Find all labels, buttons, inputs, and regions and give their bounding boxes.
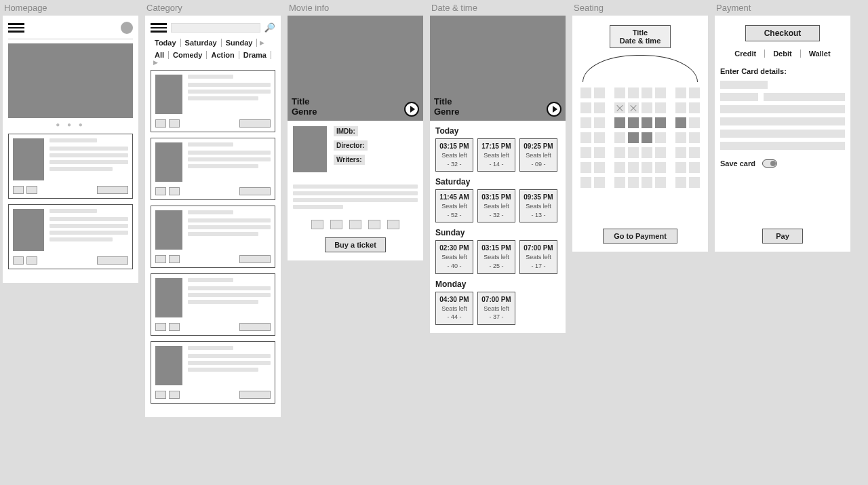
card-field[interactable] <box>720 142 845 150</box>
search-input[interactable] <box>171 23 260 33</box>
seat[interactable] <box>689 117 700 128</box>
hero-carousel[interactable] <box>8 43 133 118</box>
chevron-right-icon[interactable]: ▶ <box>257 39 264 46</box>
time-slot[interactable]: 07:00 PMSeats left- 17 - <box>519 240 557 273</box>
thumb[interactable] <box>311 220 323 229</box>
movie-card[interactable] <box>151 341 275 404</box>
thumb[interactable] <box>349 220 361 229</box>
seat[interactable] <box>580 102 591 113</box>
seat[interactable] <box>655 132 666 143</box>
time-slot[interactable]: 03:15 PMSeats left- 32 - <box>435 138 473 172</box>
play-icon[interactable] <box>404 102 419 117</box>
seat[interactable] <box>642 147 652 158</box>
card-field[interactable] <box>720 81 768 89</box>
movie-card[interactable] <box>151 138 275 200</box>
thumb[interactable] <box>330 220 342 229</box>
seat[interactable] <box>580 177 591 188</box>
seat[interactable] <box>675 88 686 98</box>
day-tab[interactable]: Today <box>151 39 181 47</box>
time-slot[interactable]: 09:35 PMSeats left- 13 - <box>519 189 557 222</box>
seat-selected[interactable] <box>642 132 652 143</box>
movie-card[interactable] <box>151 70 275 132</box>
seat[interactable] <box>614 162 625 173</box>
seat[interactable] <box>594 88 605 98</box>
seat-selected[interactable] <box>628 117 639 128</box>
card-action[interactable] <box>239 119 271 128</box>
card-field[interactable] <box>720 105 845 113</box>
seat[interactable] <box>675 177 686 188</box>
thumb[interactable] <box>368 220 380 229</box>
seat-selected[interactable] <box>628 132 639 143</box>
seat[interactable] <box>580 117 591 128</box>
checkout-button[interactable]: Checkout <box>745 25 820 41</box>
go-to-payment-button[interactable]: Go to Payment <box>603 229 677 244</box>
card-action[interactable] <box>239 255 271 263</box>
day-tab[interactable]: Saturday <box>181 39 222 47</box>
seat[interactable] <box>689 147 700 158</box>
seat[interactable] <box>580 132 591 143</box>
seat[interactable] <box>689 132 700 143</box>
seat[interactable] <box>628 147 639 158</box>
seat[interactable] <box>614 88 625 98</box>
movie-card[interactable] <box>151 206 275 268</box>
payment-tab[interactable]: Credit <box>726 50 765 58</box>
menu-icon[interactable] <box>151 21 167 35</box>
seat[interactable] <box>580 88 591 98</box>
time-slot[interactable]: 03:15 PMSeats left- 32 - <box>477 189 515 222</box>
card-action[interactable] <box>97 186 128 194</box>
card-action[interactable] <box>97 256 128 265</box>
card-field[interactable] <box>720 93 758 101</box>
payment-tab[interactable]: Wallet <box>801 50 839 58</box>
seat[interactable] <box>594 177 605 188</box>
seat[interactable] <box>614 132 625 143</box>
seat[interactable] <box>614 177 625 188</box>
time-slot[interactable]: 11:45 AMSeats left- 52 - <box>435 189 473 222</box>
seat[interactable] <box>580 162 591 173</box>
seat[interactable] <box>689 88 700 98</box>
seat[interactable] <box>689 177 700 188</box>
play-icon[interactable] <box>547 102 561 117</box>
seat[interactable] <box>594 162 605 173</box>
seat-selected[interactable] <box>642 117 652 128</box>
carousel-dots[interactable]: ● ● ● <box>8 121 133 128</box>
movie-card[interactable] <box>151 273 275 336</box>
time-slot[interactable]: 09:25 PMSeats left- 09 - <box>519 138 557 172</box>
seat[interactable] <box>642 88 652 98</box>
seat[interactable] <box>594 102 605 113</box>
payment-tab[interactable]: Debit <box>765 50 801 58</box>
seat[interactable] <box>675 162 686 173</box>
genre-tab[interactable]: Action <box>207 51 239 59</box>
seat[interactable] <box>580 147 591 158</box>
seat[interactable] <box>594 132 605 143</box>
time-slot[interactable]: 17:15 PMSeats left- 14 - <box>477 138 515 172</box>
seat[interactable] <box>642 177 652 188</box>
time-slot[interactable]: 04:30 PMSeats left- 44 - <box>435 292 473 325</box>
genre-tab[interactable]: Comedy <box>169 51 207 59</box>
pay-button[interactable]: Pay <box>762 229 803 244</box>
seat[interactable] <box>628 177 639 188</box>
seat[interactable] <box>628 88 639 98</box>
seat[interactable] <box>689 102 700 113</box>
seat[interactable] <box>628 162 639 173</box>
seat[interactable] <box>655 162 666 173</box>
time-slot[interactable]: 07:00 PMSeats left- 37 - <box>477 292 515 325</box>
save-card-toggle[interactable] <box>762 159 777 168</box>
time-slot[interactable]: 02:30 PMSeats left- 40 - <box>435 240 473 273</box>
seat[interactable] <box>675 102 686 113</box>
card-field[interactable] <box>720 130 845 138</box>
avatar[interactable] <box>121 22 133 34</box>
thumb[interactable] <box>387 220 399 229</box>
movie-card[interactable] <box>8 204 133 269</box>
seat[interactable] <box>675 132 686 143</box>
card-field[interactable] <box>720 117 845 125</box>
seat[interactable] <box>594 147 605 158</box>
card-action[interactable] <box>239 391 271 399</box>
seat[interactable] <box>614 147 625 158</box>
seat-selected[interactable] <box>675 117 686 128</box>
seat[interactable] <box>655 147 666 158</box>
card-action[interactable] <box>239 187 271 195</box>
seat[interactable] <box>689 162 700 173</box>
movie-card[interactable] <box>8 134 133 199</box>
card-action[interactable] <box>239 323 271 331</box>
buy-ticket-button[interactable]: Buy a ticket <box>325 237 386 252</box>
